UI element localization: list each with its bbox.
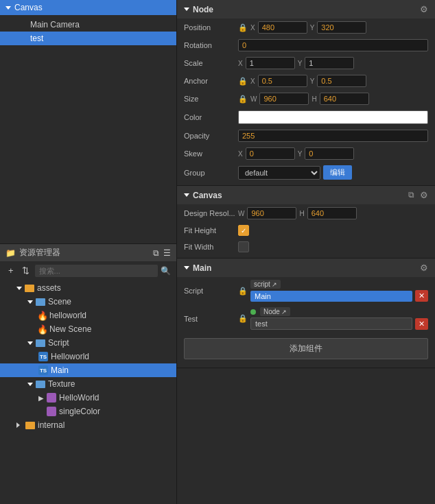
assets-item-script-folder[interactable]: Script [0, 336, 176, 350]
copy-icon[interactable]: ⧉ [153, 248, 159, 258]
anchor-y-input[interactable] [317, 75, 366, 87]
canvas-collapse-icon [184, 193, 189, 197]
node-section: Node ⚙ Position 🔒 X Y Rotation Scale X Y [177, 0, 435, 186]
script-tag[interactable]: script ↗ [250, 280, 281, 289]
pos-y-label: Y [310, 24, 315, 32]
hierarchy-title: Canvas [14, 3, 43, 12]
color-picker[interactable] [238, 110, 428, 124]
hierarchy-panel: Canvas Main Camera test [0, 0, 176, 243]
assets-item-scene[interactable]: Scene [0, 295, 176, 309]
fit-width-checkbox[interactable] [238, 241, 249, 252]
test-value-input[interactable] [250, 317, 412, 330]
node-collapse-icon [184, 8, 189, 11]
skew-label: Skew [184, 149, 235, 158]
folder-blue-icon [36, 298, 45, 306]
search-input[interactable] [35, 265, 158, 277]
rotation-input[interactable] [238, 39, 428, 51]
assets-item-helloworld-texture[interactable]: ▶ HelloWorld [0, 391, 176, 405]
fit-width-row: Fit Width [177, 239, 435, 255]
ts-icon: TS [38, 365, 48, 375]
assets-item-texture-folder[interactable]: Texture [0, 377, 176, 391]
design-w-input[interactable] [247, 207, 296, 219]
folder-yellow-icon [25, 422, 35, 429]
anchor-label: Anchor [184, 77, 235, 85]
rotation-label: Rotation [184, 41, 235, 49]
test-remove-button[interactable]: ✕ [415, 318, 428, 330]
main-section: Main ⚙ Script 🔒 script ↗ ✕ [177, 259, 435, 368]
group-dropdown[interactable]: default [238, 166, 320, 180]
opacity-label: Opacity [184, 132, 235, 140]
script-row: Script 🔒 script ↗ ✕ [177, 277, 435, 304]
group-label: Group [184, 169, 235, 177]
canvas-section-header: Canvas ⧉ ⚙ [177, 186, 435, 204]
skew-y-label: Y [298, 150, 303, 158]
main-collapse-icon [184, 266, 189, 269]
item-label: Scene [48, 297, 71, 307]
hierarchy-collapse-icon[interactable] [5, 6, 11, 10]
anchor-x-input[interactable] [258, 75, 307, 87]
scale-x-input[interactable] [246, 57, 295, 69]
position-lock-icon[interactable]: 🔒 [238, 23, 248, 32]
fit-height-checkbox[interactable]: ✓ [238, 225, 249, 236]
node-section-header[interactable]: Node ⚙ [177, 0, 435, 19]
assets-item-new-scene[interactable]: 🔥 New Scene [0, 322, 176, 336]
script-value-input[interactable] [250, 291, 412, 302]
scale-y-input[interactable] [305, 57, 354, 69]
color-label: Color [184, 113, 235, 121]
ts-icon: TS [38, 352, 48, 361]
skew-y-input[interactable] [305, 147, 354, 160]
color-texture-icon [47, 407, 56, 416]
add-button[interactable]: + [5, 264, 16, 277]
assets-item-helloworld-scene[interactable]: 🔥 helloworld [0, 309, 176, 322]
test-row: Test 🔒 Node ↗ ✕ [177, 304, 435, 333]
design-h-input[interactable] [307, 207, 357, 219]
design-h-label: H [299, 210, 304, 217]
assets-item-single-color[interactable]: ▶ singleColor [0, 405, 176, 418]
position-y-input[interactable] [317, 21, 366, 34]
node-tag-text: Node [263, 308, 280, 315]
skew-x-input[interactable] [246, 147, 295, 160]
skew-row: Skew X Y [177, 145, 435, 163]
size-w-input[interactable] [259, 93, 309, 105]
menu-icon[interactable]: ☰ [163, 248, 171, 258]
size-h-input[interactable] [320, 93, 369, 105]
test-lock-icon[interactable]: 🔒 [238, 314, 248, 323]
position-x-input[interactable] [258, 21, 307, 34]
search-icon[interactable]: 🔍 [161, 266, 171, 276]
hierarchy-content: Main Camera test [0, 15, 176, 243]
main-section-header[interactable]: Main ⚙ [177, 259, 435, 277]
size-lock-icon[interactable]: 🔒 [238, 95, 248, 104]
canvas-gear-icon[interactable]: ⚙ [420, 190, 428, 200]
item-label: internal [38, 420, 64, 430]
node-tag[interactable]: Node ↗ [260, 307, 290, 316]
script-lock-icon[interactable]: 🔒 [238, 287, 248, 296]
main-gear-icon[interactable]: ⚙ [420, 263, 428, 273]
expand-icon [16, 287, 22, 290]
texture-folder-icon [47, 393, 56, 403]
assets-item-assets[interactable]: assets [0, 281, 176, 295]
hierarchy-item-test[interactable]: test [0, 32, 176, 45]
add-component-button[interactable]: 添加组件 [184, 338, 428, 359]
assets-item-helloworld-ts[interactable]: TS Helloworld [0, 350, 176, 363]
anchor-lock-icon[interactable]: 🔒 [238, 77, 248, 86]
group-row: Group default 编辑 [177, 163, 435, 182]
script-remove-button[interactable]: ✕ [415, 290, 428, 302]
item-label: Main Camera [30, 20, 80, 29]
opacity-input[interactable] [238, 130, 428, 142]
fire-icon: 🔥 [38, 324, 47, 334]
hierarchy-item-main-camera[interactable]: Main Camera [0, 18, 176, 32]
node-gear-icon[interactable]: ⚙ [420, 4, 428, 14]
assets-item-internal[interactable]: internal [0, 418, 176, 432]
canvas-copy-icon[interactable]: ⧉ [408, 190, 414, 200]
folder-blue-icon [36, 339, 45, 347]
assets-item-main-ts[interactable]: TS Main [0, 363, 176, 377]
item-label: New Scene [49, 324, 91, 334]
assets-panel: 📁 资源管理器 ⧉ ☰ + ⇅ 🔍 assets Scene [0, 243, 176, 504]
canvas-section-title: Canvas [193, 191, 222, 200]
design-resol-label: Design Resol... [184, 209, 235, 217]
design-w-label: W [238, 210, 244, 217]
sort-button[interactable]: ⇅ [19, 264, 32, 277]
folder-icon-small: 📁 [5, 248, 16, 258]
group-edit-button[interactable]: 编辑 [323, 165, 352, 180]
folder-blue-icon [36, 381, 45, 388]
